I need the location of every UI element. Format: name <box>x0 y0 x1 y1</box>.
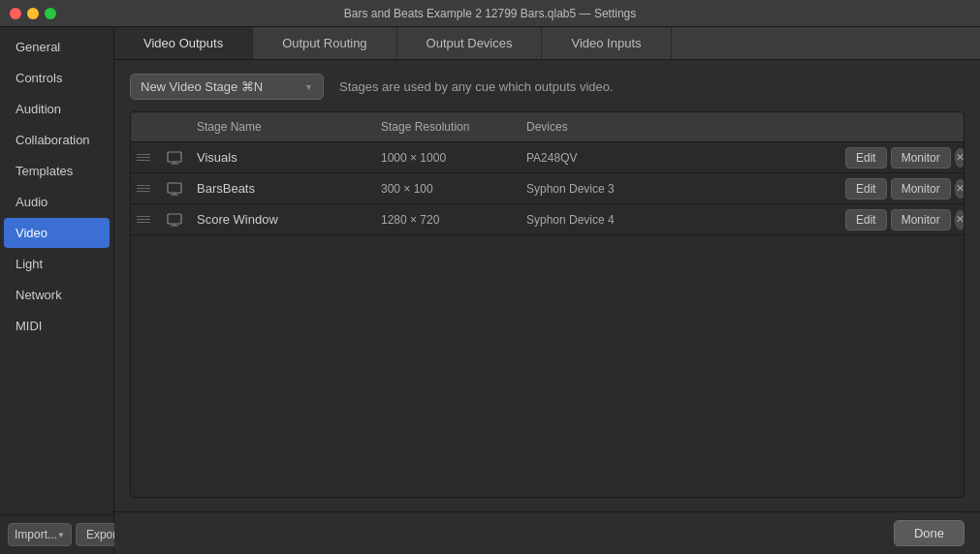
remove-button[interactable]: ✕ <box>955 210 964 230</box>
sidebar-item-network[interactable]: Network <box>4 280 110 310</box>
monitor-button[interactable]: Monitor <box>891 178 951 200</box>
sidebar-item-templates[interactable]: Templates <box>4 156 110 186</box>
stages-table: Stage Name Stage Resolution Devices Visu… <box>130 111 964 498</box>
table-row: BarsBeats300 × 100Syphon Device 3EditMon… <box>131 173 964 204</box>
sidebar-item-audition[interactable]: Audition <box>4 94 110 124</box>
row-actions: EditMonitor✕ <box>838 205 964 234</box>
sidebar: GeneralControlsAuditionCollaborationTemp… <box>0 27 114 554</box>
chevron-down-icon: ▼ <box>57 531 65 539</box>
stage-name: Score Window <box>189 204 373 234</box>
main-layout: GeneralControlsAuditionCollaborationTemp… <box>0 27 980 554</box>
stage-name: BarsBeats <box>189 173 373 203</box>
chevron-down-icon: ▼ <box>304 82 313 92</box>
content-inner: New Video Stage ⌘N ▼ Stages are used by … <box>114 60 980 511</box>
stage-resolution: 1000 × 1000 <box>373 143 519 172</box>
col-handle <box>131 116 160 138</box>
stage-icon <box>160 212 189 228</box>
maximize-button[interactable] <box>45 8 56 19</box>
drag-handle[interactable] <box>131 208 160 231</box>
toolbar-row: New Video Stage ⌘N ▼ Stages are used by … <box>130 74 964 100</box>
col-actions <box>838 116 964 138</box>
col-devices: Devices <box>519 116 838 138</box>
done-button[interactable]: Done <box>894 520 964 546</box>
row-actions: EditMonitor✕ <box>838 143 964 172</box>
sidebar-items: GeneralControlsAuditionCollaborationTemp… <box>0 27 113 514</box>
sidebar-bottom: Import... ▼ Export... <box>0 514 113 554</box>
edit-button[interactable]: Edit <box>845 209 887 231</box>
table-row: Score Window1280 × 720Syphon Device 4Edi… <box>131 204 964 235</box>
stage-resolution: 1280 × 720 <box>373 205 519 234</box>
toolbar-description: Stages are used by any cue which outputs… <box>339 79 614 94</box>
tab-bar: Video OutputsOutput RoutingOutput Device… <box>114 27 980 60</box>
sidebar-item-collaboration[interactable]: Collaboration <box>4 125 110 155</box>
svg-rect-3 <box>168 183 181 193</box>
tab-video-inputs[interactable]: Video Inputs <box>542 27 671 59</box>
monitor-button[interactable]: Monitor <box>891 209 951 231</box>
remove-button[interactable]: ✕ <box>955 179 964 199</box>
svg-rect-0 <box>168 152 181 162</box>
monitor-button[interactable]: Monitor <box>891 147 951 169</box>
sidebar-item-midi[interactable]: MIDI <box>4 311 110 341</box>
svg-rect-6 <box>168 214 181 224</box>
tab-output-routing[interactable]: Output Routing <box>253 27 396 59</box>
sidebar-item-general[interactable]: General <box>4 32 110 62</box>
edit-button[interactable]: Edit <box>845 178 887 200</box>
table-row: Visuals1000 × 1000PA248QVEditMonitor✕ <box>131 142 964 173</box>
tab-output-devices[interactable]: Output Devices <box>397 27 543 59</box>
bottom-bar: Done <box>114 511 980 554</box>
col-stage-name: Stage Name <box>189 116 373 138</box>
table-header: Stage Name Stage Resolution Devices <box>131 112 964 142</box>
titlebar: Bars and Beats Example 2 12799 Bars.qlab… <box>0 0 980 27</box>
window-controls <box>10 8 56 19</box>
new-video-stage-dropdown[interactable]: New Video Stage ⌘N ▼ <box>130 74 324 100</box>
stage-device: PA248QV <box>519 143 838 172</box>
row-actions: EditMonitor✕ <box>838 174 964 203</box>
import-label: Import... <box>15 528 57 541</box>
drag-handle[interactable] <box>131 177 160 200</box>
import-button[interactable]: Import... ▼ <box>8 523 72 546</box>
drag-handle[interactable] <box>131 146 160 169</box>
tab-video-outputs[interactable]: Video Outputs <box>114 27 253 59</box>
content-area: Video OutputsOutput RoutingOutput Device… <box>114 27 980 554</box>
window-title: Bars and Beats Example 2 12799 Bars.qlab… <box>344 7 637 20</box>
sidebar-item-video[interactable]: Video <box>4 218 110 248</box>
remove-button[interactable]: ✕ <box>955 148 964 168</box>
minimize-button[interactable] <box>27 8 39 19</box>
col-resolution: Stage Resolution <box>373 116 519 138</box>
sidebar-item-audio[interactable]: Audio <box>4 187 110 217</box>
edit-button[interactable]: Edit <box>845 147 887 169</box>
sidebar-item-controls[interactable]: Controls <box>4 63 110 93</box>
stage-device: Syphon Device 4 <box>519 205 838 234</box>
stage-icon <box>160 150 189 166</box>
stage-resolution: 300 × 100 <box>373 174 519 203</box>
sidebar-item-light[interactable]: Light <box>4 249 110 279</box>
dropdown-label: New Video Stage ⌘N <box>141 79 263 94</box>
stage-device: Syphon Device 3 <box>519 174 838 203</box>
table-body: Visuals1000 × 1000PA248QVEditMonitor✕ Ba… <box>131 142 964 235</box>
stage-icon <box>160 181 189 197</box>
stage-name: Visuals <box>189 142 373 172</box>
col-icon <box>160 116 189 138</box>
close-button[interactable] <box>10 8 21 19</box>
